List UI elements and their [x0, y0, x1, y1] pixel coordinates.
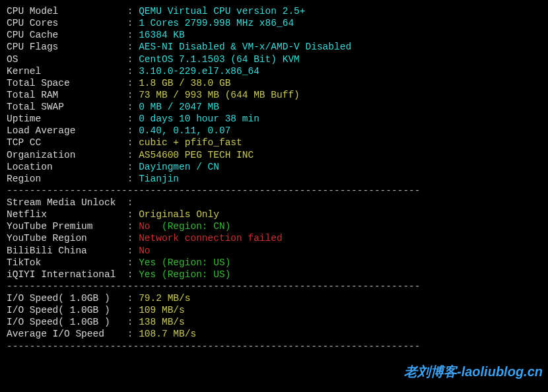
io-row: Average I/O Speed : 108.7 MB/s	[7, 328, 541, 340]
sysinfo-row: Total SWAP : 0 MB / 2047 MB	[7, 101, 541, 113]
field-label: Region	[7, 174, 127, 184]
field-value-part: Yes	[139, 257, 156, 268]
field-label: Netflix	[7, 209, 127, 220]
field-value: 79.2 MB/s	[139, 293, 190, 304]
sysinfo-row: Location : Dayingmen / CN	[7, 161, 541, 173]
sysinfo-row: CPU Flags : AES-NI Disabled & VM-x/AMD-V…	[7, 41, 541, 53]
separator-colon: :	[127, 293, 139, 304]
field-label: CPU Flags	[7, 42, 127, 52]
field-value: cubic + pfifo_fast	[139, 137, 242, 148]
separator-colon: :	[127, 54, 139, 65]
separator-colon: :	[127, 102, 139, 112]
terminal-output: CPU Model : QEMU Virtual CPU version 2.5…	[7, 5, 541, 352]
stream-row: YouTube Region : Network connection fail…	[7, 232, 541, 244]
field-label: Total SWAP	[7, 102, 127, 112]
field-label: I/O Speed( 1.0GB )	[7, 293, 127, 304]
separator-colon: :	[127, 78, 139, 88]
field-value: 138 MB/s	[139, 317, 185, 327]
separator-colon: :	[127, 114, 139, 124]
stream-row: Netflix : Originals Only	[7, 209, 541, 220]
stream-media-header: Stream Media Unlock :	[7, 197, 541, 209]
stream-row: TikTok : Yes (Region: US)	[7, 257, 541, 269]
separator-colon: :	[127, 317, 139, 327]
field-label: OS	[7, 54, 127, 65]
divider-line: ----------------------------------------…	[7, 185, 541, 197]
watermark-text: 老刘博客-laoliublog.cn	[404, 364, 543, 380]
field-label: Organization	[7, 150, 127, 160]
field-label: YouTube Region	[7, 233, 127, 244]
io-row: I/O Speed( 1.0GB ) : 109 MB/s	[7, 304, 541, 316]
divider-line: ----------------------------------------…	[7, 341, 541, 352]
field-label: Location	[7, 162, 127, 172]
sysinfo-row: Total RAM : 73 MB / 993 MB (644 MB Buff)	[7, 89, 541, 101]
field-label: TCP CC	[7, 137, 127, 148]
separator-colon: :	[127, 150, 139, 160]
field-value-part: No	[139, 221, 150, 232]
field-value: 108.7 MB/s	[139, 329, 196, 339]
separator-colon: :	[127, 209, 139, 220]
field-value: 1 Cores 2799.998 MHz x86_64	[139, 18, 294, 28]
separator-colon: :	[127, 6, 139, 16]
separator-colon: :	[127, 221, 139, 232]
divider-line: ----------------------------------------…	[7, 280, 541, 292]
field-value: 1.8 GB / 38.0 GB	[139, 78, 230, 88]
field-label: BiliBili China	[7, 245, 127, 256]
separator-colon: :	[127, 245, 139, 256]
field-value: Tianjin	[139, 174, 179, 184]
field-label: CPU Cache	[7, 30, 127, 40]
field-value: QEMU Virtual CPU version 2.5+	[139, 6, 305, 16]
field-value: AS54600 PEG TECH INC	[139, 150, 254, 160]
field-label: Total Space	[7, 78, 127, 88]
field-value: 109 MB/s	[139, 305, 185, 315]
sysinfo-row: OS : CentOS 7.1.1503 (64 Bit) KVM	[7, 53, 541, 65]
stream-row: iQIYI International : Yes (Region: US)	[7, 269, 541, 280]
separator-colon: :	[127, 162, 139, 172]
sysinfo-row: CPU Model : QEMU Virtual CPU version 2.5…	[7, 5, 541, 17]
field-value: 3.10.0-229.el7.x86_64	[139, 66, 259, 77]
field-label: CPU Model	[7, 6, 127, 16]
field-value-part: Originals Only	[139, 209, 219, 220]
field-value-part: Yes	[139, 269, 156, 280]
field-label: Stream Media Unlock	[7, 197, 127, 208]
field-value-part: Network connection failed	[139, 233, 283, 244]
stream-row: BiliBili China : No	[7, 245, 541, 257]
separator-colon: :	[127, 18, 139, 28]
separator-colon: :	[127, 42, 139, 52]
separator-colon: :	[127, 257, 139, 268]
field-label: Average I/O Speed	[7, 329, 127, 339]
stream-row: YouTube Premium : No (Region: CN)	[7, 220, 541, 232]
field-label: CPU Cores	[7, 18, 127, 28]
field-label: I/O Speed( 1.0GB )	[7, 305, 127, 315]
field-value: AES-NI Disabled & VM-x/AMD-V Disabled	[139, 42, 351, 52]
sysinfo-row: CPU Cores : 1 Cores 2799.998 MHz x86_64	[7, 17, 541, 29]
sysinfo-row: CPU Cache : 16384 KB	[7, 29, 541, 41]
separator-colon: :	[127, 269, 139, 280]
separator-colon: :	[127, 305, 139, 315]
field-value: 0.40, 0.11, 0.07	[139, 125, 230, 136]
sysinfo-row: Total Space : 1.8 GB / 38.0 GB	[7, 77, 541, 89]
separator-colon: :	[127, 66, 139, 77]
field-label: Uptime	[7, 114, 127, 124]
separator-colon: :	[127, 137, 139, 148]
sysinfo-row: Organization : AS54600 PEG TECH INC	[7, 149, 541, 161]
field-value: 0 MB / 2047 MB	[139, 102, 219, 112]
separator-colon: :	[127, 174, 139, 184]
field-value-part: (Region: US)	[156, 269, 230, 280]
io-row: I/O Speed( 1.0GB ) : 138 MB/s	[7, 316, 541, 328]
sysinfo-row: Uptime : 0 days 10 hour 38 min	[7, 113, 541, 125]
separator-colon: :	[127, 30, 139, 40]
sysinfo-row: Region : Tianjin	[7, 173, 541, 185]
field-label: Kernel	[7, 66, 127, 77]
field-value-part: (Region: US)	[156, 257, 230, 268]
field-label: TikTok	[7, 257, 127, 268]
separator-colon: :	[127, 197, 133, 208]
field-label: Total RAM	[7, 90, 127, 100]
field-label: iQIYI International	[7, 269, 127, 280]
field-value: CentOS 7.1.1503 (64 Bit) KVM	[139, 54, 300, 65]
field-value: Dayingmen / CN	[139, 162, 219, 172]
field-value: 0 days 10 hour 38 min	[139, 114, 259, 124]
field-value: 16384 KB	[139, 30, 185, 40]
separator-colon: :	[127, 233, 139, 244]
field-label: I/O Speed( 1.0GB )	[7, 317, 127, 327]
sysinfo-row: TCP CC : cubic + pfifo_fast	[7, 137, 541, 148]
